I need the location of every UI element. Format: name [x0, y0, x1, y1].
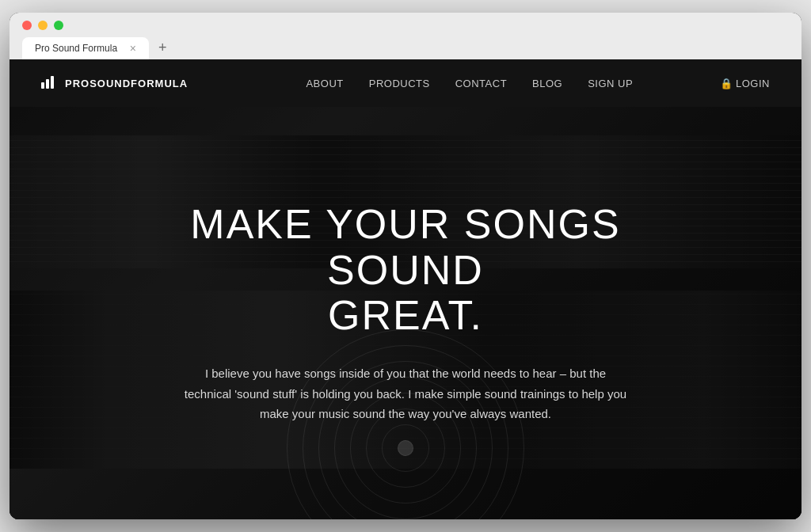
lock-icon: 🔒 — [720, 78, 733, 89]
nav-link-blog[interactable]: BLOG — [532, 78, 562, 89]
nav-login-link[interactable]: 🔒 LOGIN — [720, 78, 770, 89]
nav-item-blog[interactable]: BLOG — [532, 76, 562, 90]
nav-link-products[interactable]: PRODUCTS — [369, 78, 430, 89]
traffic-lights — [22, 21, 789, 30]
browser-window: Pro Sound Formula × + PROSOUNDFORMULA — [10, 13, 801, 519]
nav-item-products[interactable]: PRODUCTS — [369, 76, 430, 90]
svg-rect-2 — [51, 76, 54, 89]
new-tab-button[interactable]: + — [152, 36, 173, 59]
brand-name: PROSOUNDFORMULA — [65, 78, 188, 89]
maximize-button[interactable] — [54, 21, 63, 30]
nav-link-contact[interactable]: CONTACT — [455, 78, 507, 89]
minimize-button[interactable] — [38, 21, 48, 30]
navigation: PROSOUNDFORMULA ABOUT PRODUCTS CONTACT B… — [10, 59, 801, 107]
browser-tab[interactable]: Pro Sound Formula × — [22, 37, 149, 59]
nav-link-about[interactable]: ABOUT — [306, 78, 343, 89]
brand-icon — [41, 74, 57, 93]
hero-section: MAKE YOUR SONGS SOUND GREAT. I believe y… — [10, 107, 801, 519]
nav-item-contact[interactable]: CONTACT — [455, 76, 507, 90]
nav-item-about[interactable]: ABOUT — [306, 76, 343, 90]
hero-content: MAKE YOUR SONGS SOUND GREAT. I believe y… — [128, 202, 683, 424]
hero-subtext: I believe you have songs inside of you t… — [184, 363, 627, 424]
hero-headline: MAKE YOUR SONGS SOUND GREAT. — [160, 202, 651, 338]
nav-right: 🔒 LOGIN — [720, 78, 770, 89]
tab-title: Pro Sound Formula — [35, 43, 117, 54]
nav-brand[interactable]: PROSOUNDFORMULA — [41, 74, 188, 93]
browser-chrome: Pro Sound Formula × + — [10, 13, 801, 59]
nav-item-signup[interactable]: SIGN UP — [588, 76, 633, 90]
svg-rect-0 — [41, 82, 44, 89]
website-content: PROSOUNDFORMULA ABOUT PRODUCTS CONTACT B… — [10, 59, 801, 519]
svg-rect-1 — [46, 79, 49, 89]
close-button[interactable] — [22, 21, 32, 30]
tab-close-button[interactable]: × — [130, 42, 136, 55]
tab-bar: Pro Sound Formula × + — [22, 36, 789, 59]
login-label: LOGIN — [736, 78, 770, 89]
nav-link-signup[interactable]: SIGN UP — [588, 78, 633, 89]
nav-links: ABOUT PRODUCTS CONTACT BLOG SIGN UP — [219, 76, 719, 90]
